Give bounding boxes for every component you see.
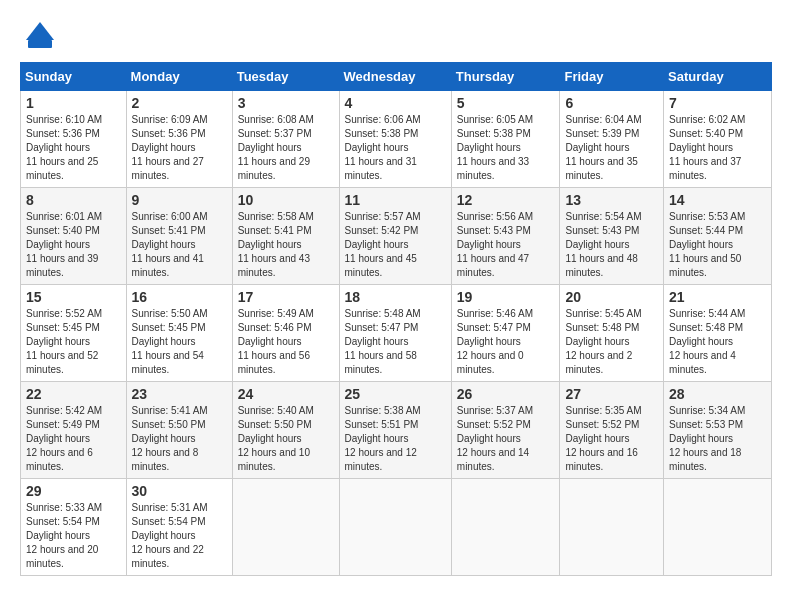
day-number: 13 [565,192,658,208]
day-number: 15 [26,289,121,305]
day-number: 27 [565,386,658,402]
calendar-cell [664,479,772,576]
day-info: Sunrise: 5:54 AM Sunset: 5:43 PM Dayligh… [565,210,658,280]
day-info: Sunrise: 5:46 AM Sunset: 5:47 PM Dayligh… [457,307,555,377]
day-number: 9 [132,192,227,208]
day-info: Sunrise: 5:38 AM Sunset: 5:51 PM Dayligh… [345,404,446,474]
svg-marker-0 [26,22,54,40]
day-info: Sunrise: 6:05 AM Sunset: 5:38 PM Dayligh… [457,113,555,183]
col-header-tuesday: Tuesday [232,63,339,91]
day-number: 2 [132,95,227,111]
calendar-cell: 11 Sunrise: 5:57 AM Sunset: 5:42 PM Dayl… [339,188,451,285]
day-number: 19 [457,289,555,305]
day-number: 28 [669,386,766,402]
day-number: 30 [132,483,227,499]
day-number: 8 [26,192,121,208]
calendar-header-row: SundayMondayTuesdayWednesdayThursdayFrid… [21,63,772,91]
calendar-cell: 2 Sunrise: 6:09 AM Sunset: 5:36 PM Dayli… [126,91,232,188]
calendar-cell: 17 Sunrise: 5:49 AM Sunset: 5:46 PM Dayl… [232,285,339,382]
calendar-week-4: 22 Sunrise: 5:42 AM Sunset: 5:49 PM Dayl… [21,382,772,479]
calendar-cell [560,479,664,576]
day-info: Sunrise: 5:35 AM Sunset: 5:52 PM Dayligh… [565,404,658,474]
day-info: Sunrise: 5:33 AM Sunset: 5:54 PM Dayligh… [26,501,121,571]
day-info: Sunrise: 5:49 AM Sunset: 5:46 PM Dayligh… [238,307,334,377]
day-info: Sunrise: 5:40 AM Sunset: 5:50 PM Dayligh… [238,404,334,474]
calendar-cell: 27 Sunrise: 5:35 AM Sunset: 5:52 PM Dayl… [560,382,664,479]
calendar-cell: 3 Sunrise: 6:08 AM Sunset: 5:37 PM Dayli… [232,91,339,188]
day-info: Sunrise: 5:58 AM Sunset: 5:41 PM Dayligh… [238,210,334,280]
calendar-cell: 7 Sunrise: 6:02 AM Sunset: 5:40 PM Dayli… [664,91,772,188]
day-number: 4 [345,95,446,111]
col-header-sunday: Sunday [21,63,127,91]
calendar-week-1: 1 Sunrise: 6:10 AM Sunset: 5:36 PM Dayli… [21,91,772,188]
calendar-table: SundayMondayTuesdayWednesdayThursdayFrid… [20,62,772,576]
day-number: 22 [26,386,121,402]
calendar-cell: 18 Sunrise: 5:48 AM Sunset: 5:47 PM Dayl… [339,285,451,382]
calendar-cell: 14 Sunrise: 5:53 AM Sunset: 5:44 PM Dayl… [664,188,772,285]
header [20,20,772,52]
day-number: 6 [565,95,658,111]
day-number: 18 [345,289,446,305]
calendar-cell: 1 Sunrise: 6:10 AM Sunset: 5:36 PM Dayli… [21,91,127,188]
day-info: Sunrise: 5:53 AM Sunset: 5:44 PM Dayligh… [669,210,766,280]
day-number: 11 [345,192,446,208]
logo [20,20,56,52]
day-info: Sunrise: 5:42 AM Sunset: 5:49 PM Dayligh… [26,404,121,474]
calendar-cell: 21 Sunrise: 5:44 AM Sunset: 5:48 PM Dayl… [664,285,772,382]
day-number: 1 [26,95,121,111]
col-header-friday: Friday [560,63,664,91]
day-info: Sunrise: 5:57 AM Sunset: 5:42 PM Dayligh… [345,210,446,280]
day-number: 26 [457,386,555,402]
day-info: Sunrise: 6:02 AM Sunset: 5:40 PM Dayligh… [669,113,766,183]
day-number: 14 [669,192,766,208]
calendar-cell: 23 Sunrise: 5:41 AM Sunset: 5:50 PM Dayl… [126,382,232,479]
svg-rect-1 [28,40,52,48]
calendar-cell: 9 Sunrise: 6:00 AM Sunset: 5:41 PM Dayli… [126,188,232,285]
day-info: Sunrise: 5:44 AM Sunset: 5:48 PM Dayligh… [669,307,766,377]
calendar-cell: 15 Sunrise: 5:52 AM Sunset: 5:45 PM Dayl… [21,285,127,382]
day-info: Sunrise: 5:50 AM Sunset: 5:45 PM Dayligh… [132,307,227,377]
calendar-week-3: 15 Sunrise: 5:52 AM Sunset: 5:45 PM Dayl… [21,285,772,382]
calendar-cell [339,479,451,576]
calendar-cell: 29 Sunrise: 5:33 AM Sunset: 5:54 PM Dayl… [21,479,127,576]
day-info: Sunrise: 5:48 AM Sunset: 5:47 PM Dayligh… [345,307,446,377]
day-info: Sunrise: 5:45 AM Sunset: 5:48 PM Dayligh… [565,307,658,377]
calendar-cell: 24 Sunrise: 5:40 AM Sunset: 5:50 PM Dayl… [232,382,339,479]
day-info: Sunrise: 6:06 AM Sunset: 5:38 PM Dayligh… [345,113,446,183]
day-number: 5 [457,95,555,111]
calendar-cell: 20 Sunrise: 5:45 AM Sunset: 5:48 PM Dayl… [560,285,664,382]
day-number: 16 [132,289,227,305]
day-number: 17 [238,289,334,305]
day-info: Sunrise: 5:37 AM Sunset: 5:52 PM Dayligh… [457,404,555,474]
day-info: Sunrise: 5:31 AM Sunset: 5:54 PM Dayligh… [132,501,227,571]
day-info: Sunrise: 6:10 AM Sunset: 5:36 PM Dayligh… [26,113,121,183]
calendar-cell: 13 Sunrise: 5:54 AM Sunset: 5:43 PM Dayl… [560,188,664,285]
day-number: 3 [238,95,334,111]
calendar-body: 1 Sunrise: 6:10 AM Sunset: 5:36 PM Dayli… [21,91,772,576]
day-info: Sunrise: 5:56 AM Sunset: 5:43 PM Dayligh… [457,210,555,280]
day-info: Sunrise: 5:41 AM Sunset: 5:50 PM Dayligh… [132,404,227,474]
calendar-cell: 10 Sunrise: 5:58 AM Sunset: 5:41 PM Dayl… [232,188,339,285]
day-number: 20 [565,289,658,305]
calendar-week-5: 29 Sunrise: 5:33 AM Sunset: 5:54 PM Dayl… [21,479,772,576]
col-header-wednesday: Wednesday [339,63,451,91]
day-number: 21 [669,289,766,305]
col-header-monday: Monday [126,63,232,91]
calendar-cell [232,479,339,576]
calendar-cell: 5 Sunrise: 6:05 AM Sunset: 5:38 PM Dayli… [451,91,560,188]
col-header-saturday: Saturday [664,63,772,91]
day-number: 24 [238,386,334,402]
calendar-cell: 12 Sunrise: 5:56 AM Sunset: 5:43 PM Dayl… [451,188,560,285]
day-number: 10 [238,192,334,208]
calendar-cell: 8 Sunrise: 6:01 AM Sunset: 5:40 PM Dayli… [21,188,127,285]
day-info: Sunrise: 6:04 AM Sunset: 5:39 PM Dayligh… [565,113,658,183]
calendar-cell: 28 Sunrise: 5:34 AM Sunset: 5:53 PM Dayl… [664,382,772,479]
logo-icon [24,20,56,52]
calendar-cell: 22 Sunrise: 5:42 AM Sunset: 5:49 PM Dayl… [21,382,127,479]
day-number: 12 [457,192,555,208]
day-number: 7 [669,95,766,111]
day-number: 23 [132,386,227,402]
day-number: 29 [26,483,121,499]
day-info: Sunrise: 5:52 AM Sunset: 5:45 PM Dayligh… [26,307,121,377]
day-info: Sunrise: 6:01 AM Sunset: 5:40 PM Dayligh… [26,210,121,280]
